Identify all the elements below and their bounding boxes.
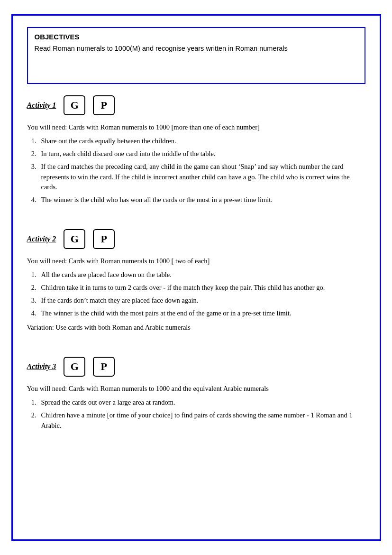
activity3-label: Activity 3: [27, 362, 56, 371]
activity1-you-will-need: You will need: Cards with Roman numerals…: [27, 122, 365, 132]
activity2-header: Activity 2 G P: [27, 229, 365, 249]
activity1-header: Activity 1 G P: [27, 95, 365, 115]
list-item: 4.The winner is the child who has won al…: [27, 195, 365, 205]
objectives-title: OBJECTIVES: [35, 33, 358, 41]
activity1-badge-p: P: [93, 95, 115, 115]
list-item: 1.All the cards are placed face down on …: [27, 270, 365, 280]
list-item: 2.Children take it in turns to turn 2 ca…: [27, 283, 365, 293]
objectives-box: OBJECTIVES Read Roman numerals to 1000(M…: [27, 27, 365, 84]
activity2-list: 1.All the cards are placed face down on …: [27, 270, 365, 318]
activity2-body: You will need: Cards with Roman numerals…: [27, 256, 365, 333]
list-item: 4.The winner is the child with the most …: [27, 308, 365, 319]
activity2-badge-p: P: [93, 229, 115, 249]
activity3-body: You will need: Cards with Roman numerals…: [27, 383, 365, 431]
activity1-badge-g: G: [64, 95, 85, 115]
page-container: OBJECTIVES Read Roman numerals to 1000(M…: [11, 14, 381, 541]
activity1-label: Activity 1: [27, 101, 56, 110]
activity3-badge-p: P: [93, 357, 115, 377]
list-item: 3.If the card matches the preceding card…: [27, 162, 365, 193]
activity3-badge-g: G: [64, 357, 85, 377]
activity3-header: Activity 3 G P: [27, 357, 365, 377]
activity2-you-will-need: You will need: Cards with Roman numerals…: [27, 256, 365, 266]
objectives-text: Read Roman numerals to 1000(M) and recog…: [35, 44, 358, 54]
activity2-section: Activity 2 G P You will need: Cards with…: [27, 229, 365, 333]
list-item: 2.Children have a minute [or time of you…: [27, 410, 365, 431]
list-item: 3.If the cards don’t match they are plac…: [27, 296, 365, 306]
activity2-label: Activity 2: [27, 235, 56, 243]
list-item: 1.Spread the cards out over a large area…: [27, 398, 365, 408]
activity3-list: 1.Spread the cards out over a large area…: [27, 398, 365, 431]
activity3-section: Activity 3 G P You will need: Cards with…: [27, 357, 365, 431]
activity2-badge-g: G: [64, 229, 85, 249]
activity2-variation: Variation: Use cards with both Roman and…: [27, 322, 365, 333]
activity1-body: You will need: Cards with Roman numerals…: [27, 122, 365, 205]
activity3-you-will-need: You will need: Cards with Roman numerals…: [27, 383, 365, 394]
activity1-section: Activity 1 G P You will need: Cards with…: [27, 95, 365, 205]
list-item: 1.Share out the cards equally between th…: [27, 136, 365, 147]
list-item: 2.In turn, each child discard one card i…: [27, 149, 365, 159]
activity1-list: 1.Share out the cards equally between th…: [27, 136, 365, 205]
